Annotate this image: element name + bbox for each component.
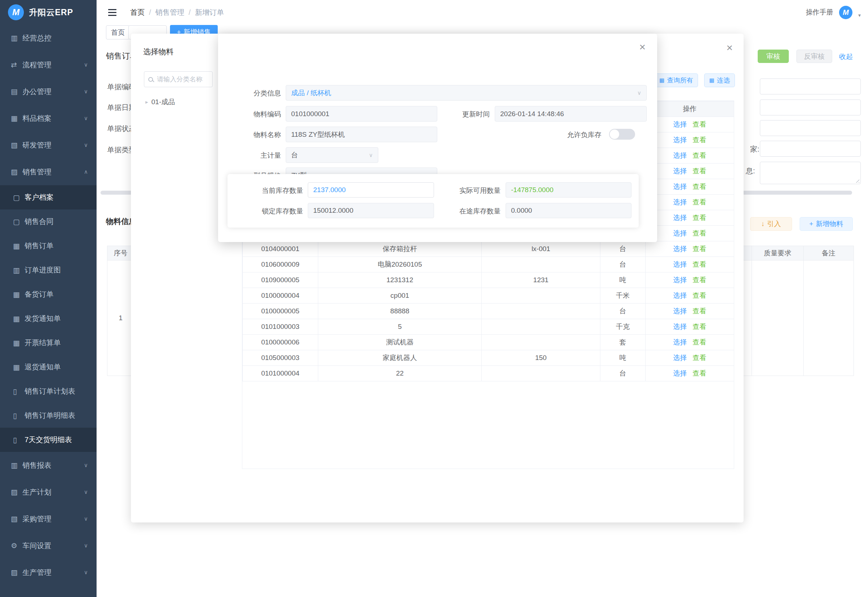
sidebar-item-15[interactable]: ▯销售订单明细表 (0, 404, 96, 428)
category-search-input[interactable] (156, 75, 208, 83)
material-spec-cell (482, 366, 600, 382)
material-code-field[interactable]: 0101000001 (286, 106, 437, 122)
sidebar-item-2[interactable]: ▤办公管理∨ (0, 78, 96, 105)
view-link[interactable]: 查看 (693, 120, 707, 128)
sidebar-item-12[interactable]: ▦开票结算单 (0, 331, 96, 355)
sidebar-item-11[interactable]: ▦发货通知单 (0, 306, 96, 331)
sidebar-item-1[interactable]: ⇄流程管理∨ (0, 51, 96, 78)
sidebar-item-7[interactable]: ▢销售合同 (0, 209, 96, 234)
right-field-1[interactable] (760, 79, 861, 94)
select-link[interactable]: 选择 (673, 292, 687, 299)
close-icon[interactable]: × (726, 42, 733, 53)
import-button[interactable]: ↓ 引入 (750, 217, 792, 231)
breadcrumb-home[interactable]: 首页 (130, 7, 145, 17)
breadcrumb-sales[interactable]: 销售管理 (156, 7, 184, 17)
view-link[interactable]: 查看 (693, 183, 707, 190)
sidebar-item-3[interactable]: ▦料品档案∨ (0, 105, 96, 132)
manual-link[interactable]: 操作手册 (806, 7, 833, 17)
select-link[interactable]: 选择 (673, 245, 687, 252)
select-link[interactable]: 选择 (673, 354, 687, 361)
sidebar-item-14[interactable]: ▯销售订单计划表 (0, 379, 96, 404)
view-link[interactable]: 查看 (693, 338, 707, 346)
right-field-3[interactable] (760, 120, 861, 136)
view-link[interactable]: 查看 (693, 136, 707, 144)
view-link[interactable]: 查看 (693, 292, 707, 299)
transit-stock-field[interactable]: 0.0000 (506, 203, 631, 218)
sidebar-item-9[interactable]: ▥订单进度图 (0, 258, 96, 282)
view-link[interactable]: 查看 (693, 354, 707, 361)
sidebar-item-10[interactable]: ▦备货订单 (0, 282, 96, 306)
select-link[interactable]: 选择 (673, 167, 687, 175)
view-link[interactable]: 查看 (693, 167, 707, 175)
add-material-button[interactable]: + 新增物料 (800, 217, 853, 231)
code-label: 物料编码 (218, 110, 281, 119)
material-name-field[interactable]: 118S ZY型纸杯机 (286, 127, 437, 142)
sidebar-item-4[interactable]: ▧研发管理∨ (0, 132, 96, 159)
sidebar-item-6[interactable]: ▢客户档案 (0, 185, 96, 209)
breadcrumb: 首页 / 销售管理 / 新增订单 (130, 7, 224, 17)
view-link[interactable]: 查看 (693, 323, 707, 330)
return-notice-icon: ▦ (13, 363, 25, 371)
sidebar-item-20[interactable]: ⚙车间设置∨ (0, 532, 96, 559)
view-link[interactable]: 查看 (693, 245, 707, 252)
order-detail-report-icon: ▯ (13, 411, 25, 420)
view-link[interactable]: 查看 (693, 260, 707, 268)
select-link[interactable]: 选择 (673, 183, 687, 190)
audit-button[interactable]: 审核 (758, 50, 789, 63)
material-unit-cell: 台 (600, 366, 646, 382)
select-link[interactable]: 选择 (673, 229, 687, 237)
select-link[interactable]: 选择 (673, 260, 687, 268)
sidebar-item-21[interactable]: ▨生产管理∨ (0, 559, 96, 586)
sidebar-item-13[interactable]: ▦退货通知单 (0, 355, 96, 379)
multi-select-button[interactable]: ▦ 连选 (704, 73, 735, 87)
purchase-icon: ▧ (11, 514, 22, 523)
user-caret-icon[interactable]: ▾ (858, 12, 861, 18)
sidebar-item-18[interactable]: ▨生产计划∨ (0, 479, 96, 505)
query-all-button[interactable]: ▦ 查询所有 (654, 73, 698, 87)
sidebar-item-17[interactable]: ▥销售报表∨ (0, 452, 96, 479)
unaudit-button[interactable]: 反审核 (796, 50, 832, 63)
select-link[interactable]: 选择 (673, 151, 687, 159)
current-stock-field[interactable]: 2137.0000 (308, 183, 434, 198)
select-link[interactable]: 选择 (673, 136, 687, 144)
sidebar-item-5[interactable]: ▨销售管理∧ (0, 159, 96, 185)
category-select[interactable]: 成品 / 纸杯机 ∨ (286, 85, 647, 101)
category-tree-node[interactable]: ▸ 01-成品 (145, 97, 175, 107)
sidebar-item-0[interactable]: ▥经营总控 (0, 25, 96, 51)
updated-time-field[interactable]: 2026-01-14 14:48:46 (495, 106, 647, 122)
select-link[interactable]: 选择 (673, 338, 687, 346)
view-link[interactable]: 查看 (693, 370, 707, 377)
view-link[interactable]: 查看 (693, 214, 707, 221)
delivery-7day-report-icon: ▯ (13, 436, 25, 444)
collapse-link[interactable]: 收起 (839, 52, 853, 61)
sidebar-item-19[interactable]: ▧采购管理∨ (0, 505, 96, 532)
allow-negative-toggle[interactable] (609, 129, 635, 140)
view-link[interactable]: 查看 (693, 307, 707, 315)
right-field-4[interactable] (760, 141, 861, 157)
select-link[interactable]: 选择 (673, 120, 687, 128)
select-link[interactable]: 选择 (673, 276, 687, 284)
sidebar-item-16[interactable]: ▯7天交货明细表 (0, 428, 96, 452)
remark-textarea[interactable] (760, 162, 861, 184)
select-link[interactable]: 选择 (673, 198, 687, 206)
sidebar-item-8[interactable]: ▦销售订单 (0, 234, 96, 258)
grid-icon: ▦ (659, 77, 664, 83)
select-link[interactable]: 选择 (673, 214, 687, 221)
view-link[interactable]: 查看 (693, 198, 707, 206)
unit-select[interactable]: 台 ∨ (286, 147, 378, 163)
select-link[interactable]: 选择 (673, 307, 687, 315)
avatar[interactable]: M (839, 6, 852, 19)
right-field-2[interactable] (760, 100, 861, 116)
tab-home[interactable]: 首页 (106, 25, 130, 39)
select-link[interactable]: 选择 (673, 370, 687, 377)
view-link[interactable]: 查看 (693, 229, 707, 237)
view-link[interactable]: 查看 (693, 151, 707, 159)
resize-grip-icon[interactable] (855, 179, 859, 183)
available-stock-field[interactable]: -147875.0000 (506, 183, 631, 198)
collapse-menu-icon[interactable] (108, 9, 117, 16)
locked-stock-field[interactable]: 150012.0000 (308, 203, 434, 218)
material-spec-cell (482, 319, 600, 335)
select-link[interactable]: 选择 (673, 323, 687, 330)
view-link[interactable]: 查看 (693, 276, 707, 284)
close-icon[interactable]: × (639, 42, 646, 52)
